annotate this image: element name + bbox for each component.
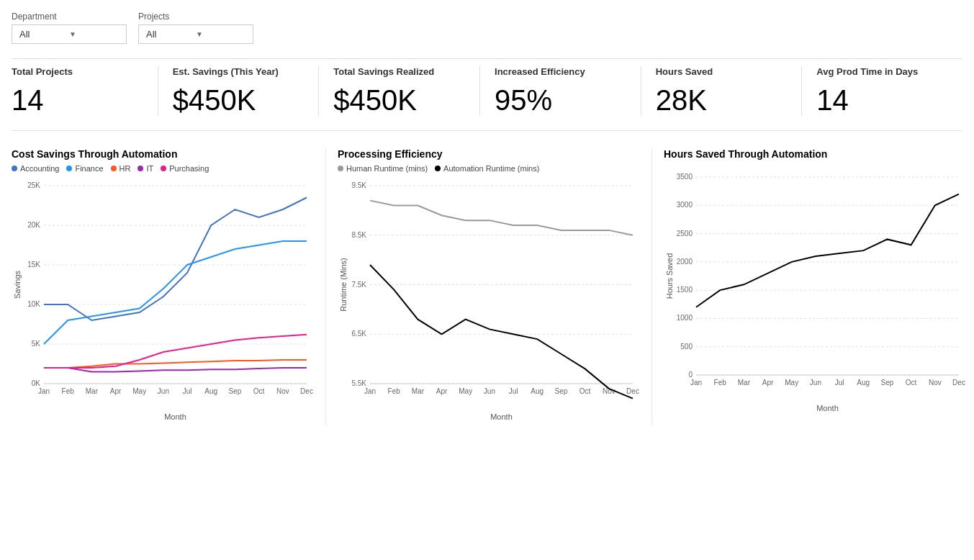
svg-text:Sep: Sep <box>229 387 242 395</box>
kpi-value-total-savings: $450K <box>333 84 417 116</box>
svg-text:Oct: Oct <box>253 387 265 395</box>
chart-line-finance <box>44 241 307 344</box>
cost-savings-panel: Cost Savings Through Automation Accounti… <box>12 148 325 425</box>
chart-line-accounting <box>44 197 307 320</box>
legend-label: HR <box>120 164 131 173</box>
legend-item: Finance <box>66 164 103 173</box>
department-filter-group: Department All ▼ <box>12 12 127 44</box>
svg-text:May: May <box>459 387 472 395</box>
svg-text:0: 0 <box>688 371 693 379</box>
department-filter-label: Department <box>12 12 127 22</box>
charts-row: Cost Savings Through Automation Accounti… <box>12 148 962 425</box>
svg-text:Aug: Aug <box>204 387 217 395</box>
svg-text:Mar: Mar <box>412 387 425 395</box>
cost-savings-legend: AccountingFinanceHRITPurchasing <box>12 164 314 173</box>
kpi-label-hours-saved: Hours Saved <box>656 66 713 78</box>
svg-text:Jul: Jul <box>183 387 192 395</box>
svg-text:Feb: Feb <box>714 379 727 387</box>
kpi-total-projects: Total Projects 14 <box>12 66 158 116</box>
svg-text:Month: Month <box>164 412 186 421</box>
legend-item: IT <box>137 164 153 173</box>
svg-text:500: 500 <box>680 343 693 351</box>
svg-text:Jul: Jul <box>835 379 844 387</box>
svg-text:Apr: Apr <box>110 387 122 395</box>
department-dropdown[interactable]: All ▼ <box>12 24 127 44</box>
svg-text:Oct: Oct <box>580 387 591 395</box>
svg-text:7.5K: 7.5K <box>351 280 366 288</box>
kpi-avg-prod-time: Avg Prod Time in Days 14 <box>802 66 962 116</box>
legend-label: Human Runtime (mins) <box>346 164 428 173</box>
projects-value: All <box>146 29 196 40</box>
kpi-label-est-savings: Est. Savings (This Year) <box>173 66 279 78</box>
svg-text:Runtime (Mins): Runtime (Mins) <box>339 258 348 312</box>
kpi-value-hours-saved: 28K <box>656 84 707 116</box>
svg-text:Month: Month <box>490 412 513 421</box>
kpi-hours-saved: Hours Saved 28K <box>641 66 803 116</box>
chart-line-human <box>370 201 633 235</box>
kpi-label-avg-prod-time: Avg Prod Time in Days <box>816 66 918 78</box>
processing-efficiency-title: Processing Efficiency <box>338 148 640 160</box>
svg-text:Jun: Jun <box>484 387 495 395</box>
cost-savings-title: Cost Savings Through Automation <box>12 148 314 160</box>
svg-text:Month: Month <box>816 404 839 412</box>
svg-text:Apr: Apr <box>762 379 774 387</box>
svg-text:Oct: Oct <box>906 379 917 387</box>
svg-text:5K: 5K <box>32 340 41 348</box>
svg-text:May: May <box>785 379 798 387</box>
processing-efficiency-chart: 5.5K6.5K7.5K8.5K9.5KJanFebMarAprMayJunJu… <box>338 179 640 425</box>
svg-text:0K: 0K <box>32 379 41 387</box>
kpi-label-increased-efficiency: Increased Efficiency <box>495 66 585 78</box>
legend-item: Purchasing <box>161 164 209 173</box>
department-chevron-icon: ▼ <box>69 30 119 38</box>
svg-text:Aug: Aug <box>531 387 544 395</box>
legend-label: IT <box>146 164 153 173</box>
legend-label: Finance <box>75 164 103 173</box>
svg-text:Apr: Apr <box>436 387 448 395</box>
svg-text:May: May <box>132 387 146 395</box>
svg-text:Mar: Mar <box>86 387 99 395</box>
svg-text:9.5K: 9.5K <box>351 181 366 189</box>
legend-item: Human Runtime (mins) <box>338 164 428 173</box>
kpi-value-increased-efficiency: 95% <box>495 84 552 116</box>
projects-dropdown[interactable]: All ▼ <box>138 24 253 44</box>
svg-text:20K: 20K <box>27 221 40 229</box>
svg-text:3000: 3000 <box>677 201 693 209</box>
svg-text:8.5K: 8.5K <box>351 231 366 239</box>
processing-efficiency-legend: Human Runtime (mins)Automation Runtime (… <box>338 164 640 173</box>
svg-text:15K: 15K <box>27 261 40 268</box>
svg-text:Sep: Sep <box>881 379 894 387</box>
svg-text:Nov: Nov <box>929 379 942 387</box>
svg-text:Jun: Jun <box>158 387 169 395</box>
legend-item: HR <box>111 164 131 173</box>
kpi-row: Total Projects 14 Est. Savings (This Yea… <box>12 58 962 131</box>
svg-text:6.5K: 6.5K <box>351 330 366 338</box>
svg-text:Feb: Feb <box>388 387 401 395</box>
svg-text:2000: 2000 <box>677 258 693 266</box>
legend-dot <box>435 166 441 171</box>
svg-text:Jan: Jan <box>38 387 50 395</box>
kpi-value-total-projects: 14 <box>12 84 44 116</box>
svg-text:Jan: Jan <box>364 387 376 395</box>
svg-text:Dec: Dec <box>952 379 965 387</box>
legend-label: Automation Runtime (mins) <box>443 164 539 173</box>
svg-text:Savings: Savings <box>13 270 22 299</box>
kpi-value-avg-prod-time: 14 <box>816 84 849 116</box>
hours-saved-chart: 0500100015002000250030003500JanFebMarApr… <box>664 170 966 417</box>
svg-text:25K: 25K <box>27 181 40 189</box>
processing-efficiency-panel: Processing Efficiency Human Runtime (min… <box>325 148 651 425</box>
svg-text:Hours Saved: Hours Saved <box>665 253 674 299</box>
legend-item: Automation Runtime (mins) <box>435 164 539 173</box>
dashboard: Department All ▼ Projects All ▼ Total Pr… <box>0 0 974 437</box>
hours-saved-panel: Hours Saved Through Automation 050010001… <box>651 148 966 425</box>
legend-item: Accounting <box>12 164 59 173</box>
legend-label: Purchasing <box>169 164 209 173</box>
kpi-label-total-savings: Total Savings Realized <box>333 66 434 78</box>
projects-filter-label: Projects <box>138 12 253 22</box>
chart-line-hr <box>44 360 307 368</box>
filters-bar: Department All ▼ Projects All ▼ <box>12 12 962 44</box>
legend-dot <box>137 166 143 171</box>
legend-dot <box>161 166 166 171</box>
svg-text:2500: 2500 <box>677 229 693 237</box>
svg-text:Mar: Mar <box>738 379 751 387</box>
svg-text:Dec: Dec <box>300 387 313 395</box>
